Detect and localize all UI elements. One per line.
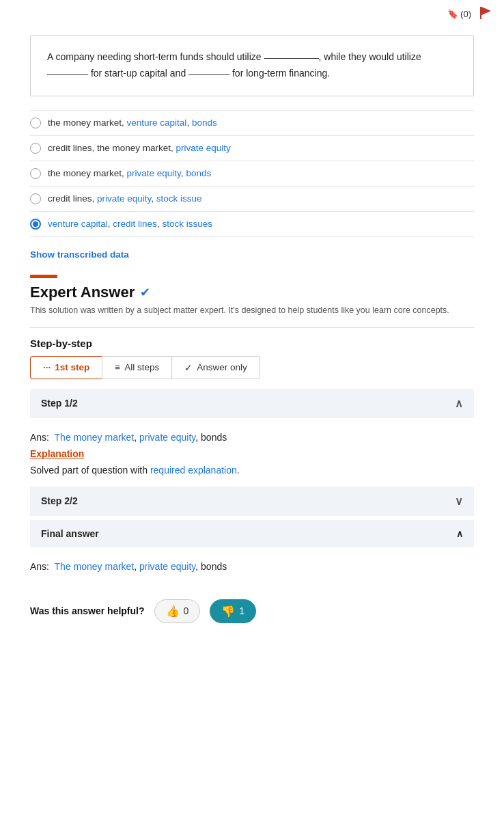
option-e-label: venture capital, credit lines, stock iss…	[48, 219, 212, 229]
explanation-link[interactable]: Explanation	[30, 448, 474, 459]
step-2-header[interactable]: Step 2/2 ∨	[30, 487, 474, 516]
step-1-ans: Ans: The money market, private equity, b…	[30, 432, 474, 443]
helpful-row: Was this answer helpful? 👍 0 👎 1	[30, 599, 474, 623]
ans-private-equity: private equity	[139, 432, 195, 443]
list-item[interactable]: venture capital, credit lines, stock iss…	[30, 212, 474, 237]
final-answer-content: Ans: The money market, private equity, b…	[30, 551, 474, 584]
bookmark-icon: 🔖	[447, 9, 458, 19]
dislike-count: 1	[239, 605, 244, 616]
list-item[interactable]: credit lines, private equity, stock issu…	[30, 187, 474, 212]
radio-e[interactable]	[30, 219, 41, 230]
step-by-step-label: Step-by-step	[30, 338, 474, 349]
radio-a[interactable]	[30, 118, 41, 128]
answer-only-label: Answer only	[197, 362, 247, 372]
section-hr	[30, 327, 474, 328]
expert-answer-subtitle: This solution was written by a subject m…	[30, 305, 474, 315]
step-1-section: Step 1/2 ∧	[30, 389, 474, 418]
question-text-4: for long-term financing.	[232, 68, 330, 79]
step-1-header[interactable]: Step 1/2 ∧	[30, 389, 474, 418]
question-text-1: A company needing short-term funds shoul…	[47, 51, 262, 62]
like-button[interactable]: 👍 0	[154, 599, 201, 623]
list-item[interactable]: the money market, venture capital, bonds	[30, 110, 474, 136]
list-item[interactable]: credit lines, the money market, private …	[30, 136, 474, 161]
final-ans-private-equity: private equity	[139, 561, 195, 572]
step-2-section: Step 2/2 ∨	[30, 487, 474, 516]
step-1-title: Step 1/2	[41, 398, 78, 409]
bookmark-button[interactable]: 🔖 (0)	[447, 9, 471, 19]
final-answer-section: Final answer ∧	[30, 520, 474, 547]
question-text-3: for start-up capital and	[91, 68, 186, 79]
flag-button[interactable]	[478, 5, 493, 23]
section-divider	[30, 275, 57, 278]
svg-marker-0	[481, 7, 490, 15]
tab-answer-only[interactable]: ✓ Answer only	[171, 356, 260, 379]
final-ans-line: Ans: The money market, private equity, b…	[30, 561, 474, 572]
final-ans-money-market: The money market	[55, 561, 135, 572]
all-steps-icon: ≡	[115, 362, 120, 372]
ans-money-market: The money market	[55, 432, 135, 443]
question-box: A company needing short-term funds shoul…	[30, 35, 474, 96]
blank-1	[264, 49, 319, 59]
final-answer-chevron-up-icon: ∧	[456, 528, 463, 539]
expert-answer-title: Expert Answer	[30, 284, 135, 301]
tabs-row: ··· 1st step ≡ All steps ✓ Answer only	[30, 356, 474, 379]
verified-badge-icon: ✔	[140, 285, 150, 300]
radio-c[interactable]	[30, 168, 41, 179]
first-step-label: 1st step	[55, 362, 89, 372]
top-bar: 🔖 (0)	[0, 0, 504, 28]
question-text-2: , while they would utilize	[319, 51, 421, 62]
blank-2	[47, 66, 88, 75]
final-answer-header[interactable]: Final answer ∧	[30, 520, 474, 547]
final-answer-title: Final answer	[41, 528, 99, 539]
all-steps-label: All steps	[124, 362, 159, 372]
blank-3	[188, 66, 229, 75]
radio-b[interactable]	[30, 143, 41, 154]
explanation-text: Solved part of question with required ex…	[30, 465, 474, 476]
tab-all-steps[interactable]: ≡ All steps	[102, 356, 171, 379]
show-transcribed-link[interactable]: Show transcribed data	[30, 249, 474, 260]
thumbs-up-icon: 👍	[166, 605, 180, 618]
chevron-up-icon: ∧	[455, 397, 463, 410]
bookmark-count: (0)	[460, 9, 471, 19]
like-count: 0	[184, 605, 189, 616]
list-item[interactable]: the money market, private equity, bonds	[30, 161, 474, 187]
chevron-down-icon: ∨	[455, 495, 463, 508]
first-step-icon: ···	[43, 362, 51, 372]
answer-only-icon: ✓	[184, 362, 193, 373]
thumbs-down-icon: 👎	[221, 605, 235, 618]
step-2-title: Step 2/2	[41, 495, 78, 506]
option-d-label: credit lines, private equity, stock issu…	[48, 193, 202, 204]
step-1-content: Ans: The money market, private equity, b…	[30, 422, 474, 482]
flag-icon	[478, 5, 493, 20]
helpful-label: Was this answer helpful?	[30, 605, 145, 616]
radio-d[interactable]	[30, 193, 41, 204]
dislike-button[interactable]: 👎 1	[210, 599, 256, 623]
final-ans-prefix: Ans:	[30, 561, 49, 572]
ans-prefix-1: Ans:	[30, 432, 49, 443]
option-c-label: the money market, private equity, bonds	[48, 168, 211, 178]
expert-answer-header: Expert Answer ✔	[30, 284, 474, 301]
options-section: the money market, venture capital, bonds…	[30, 110, 474, 237]
option-b-label: credit lines, the money market, private …	[48, 143, 231, 153]
option-a-label: the money market, venture capital, bonds	[48, 118, 217, 128]
tab-first-step[interactable]: ··· 1st step	[30, 356, 102, 379]
